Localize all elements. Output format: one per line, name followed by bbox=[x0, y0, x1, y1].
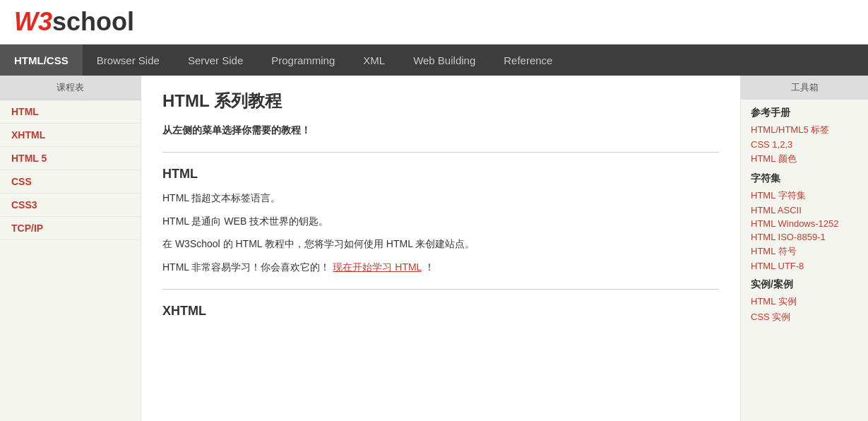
nav-item-webbuilding[interactable]: Web Building bbox=[399, 45, 489, 76]
logo-w3: W3 bbox=[14, 7, 52, 36]
nav-item-programming[interactable]: Programming bbox=[257, 45, 349, 76]
right-section-reference: 参考手册 bbox=[751, 107, 858, 119]
section-heading-xhtml: XHTML bbox=[162, 304, 719, 319]
sidebar-link-css[interactable]: CSS bbox=[0, 170, 141, 194]
right-link-html-colors[interactable]: HTML 颜色 bbox=[751, 153, 858, 165]
nav-item-browserside[interactable]: Browser Side bbox=[83, 45, 174, 76]
nav-item-htmlcss[interactable]: HTML/CSS bbox=[0, 45, 83, 76]
content-subtitle: 从左侧的菜单选择你需要的教程！ bbox=[162, 122, 719, 138]
divider-1 bbox=[162, 152, 719, 153]
start-learning-link[interactable]: 现在开始学习 HTML bbox=[333, 261, 421, 273]
html-para-3: 在 W3School 的 HTML 教程中，您将学习如何使用 HTML 来创建站… bbox=[162, 236, 719, 251]
right-link-css[interactable]: CSS 1,2,3 bbox=[751, 139, 858, 150]
right-section-examples: 实例/案例 bbox=[751, 278, 858, 291]
main-layout: 课程表 HTML XHTML HTML 5 CSS CSS3 TCP/IP HT… bbox=[0, 76, 868, 421]
right-link-html-iso[interactable]: HTML ISO-8859-1 bbox=[751, 232, 858, 242]
right-link-html-examples[interactable]: HTML 实例 bbox=[751, 295, 858, 308]
right-link-html-win1252[interactable]: HTML Windows-1252 bbox=[751, 218, 858, 229]
sidebar-title: 课程表 bbox=[0, 76, 141, 100]
nav-item-reference[interactable]: Reference bbox=[489, 45, 566, 76]
right-section-charset: 字符集 bbox=[751, 172, 858, 185]
nav-item-serverside[interactable]: Server Side bbox=[174, 45, 257, 76]
sidebar-link-xhtml[interactable]: XHTML bbox=[0, 124, 141, 147]
right-link-html-tags[interactable]: HTML/HTML5 标签 bbox=[751, 124, 858, 136]
sidebar-link-html[interactable]: HTML bbox=[0, 100, 141, 124]
sidebar-link-tcpip[interactable]: TCP/IP bbox=[0, 217, 141, 240]
html-para-4: HTML 非常容易学习！你会喜欢它的！ 现在开始学习 HTML ！ bbox=[162, 259, 719, 275]
logo[interactable]: W3school bbox=[14, 7, 134, 37]
header: W3school bbox=[0, 0, 868, 45]
navbar: HTML/CSS Browser Side Server Side Progra… bbox=[0, 45, 868, 76]
content-area: HTML 系列教程 从左侧的菜单选择你需要的教程！ HTML HTML 指超文本… bbox=[141, 76, 741, 421]
html-para-2: HTML 是通向 WEB 技术世界的钥匙。 bbox=[162, 213, 719, 229]
page-title: HTML 系列教程 bbox=[162, 90, 719, 112]
right-sidebar-title: 工具箱 bbox=[741, 76, 868, 100]
right-link-html-charset[interactable]: HTML 字符集 bbox=[751, 189, 858, 202]
nav-item-xml[interactable]: XML bbox=[349, 45, 399, 76]
html-para-1: HTML 指超文本标签语言。 bbox=[162, 190, 719, 206]
right-sidebar: 工具箱 参考手册 HTML/HTML5 标签 CSS 1,2,3 HTML 颜色… bbox=[741, 76, 868, 421]
right-link-html-utf8[interactable]: HTML UTF-8 bbox=[751, 261, 858, 271]
logo-school: school bbox=[52, 7, 134, 36]
right-link-html-symbol[interactable]: HTML 符号 bbox=[751, 245, 858, 258]
sidebar: 课程表 HTML XHTML HTML 5 CSS CSS3 TCP/IP bbox=[0, 76, 141, 421]
divider-2 bbox=[162, 289, 719, 290]
right-link-html-ascii[interactable]: HTML ASCII bbox=[751, 205, 858, 215]
sidebar-link-css3[interactable]: CSS3 bbox=[0, 194, 141, 217]
right-link-css-examples[interactable]: CSS 实例 bbox=[751, 311, 858, 324]
sidebar-link-html5[interactable]: HTML 5 bbox=[0, 147, 141, 170]
section-heading-html: HTML bbox=[162, 167, 719, 182]
